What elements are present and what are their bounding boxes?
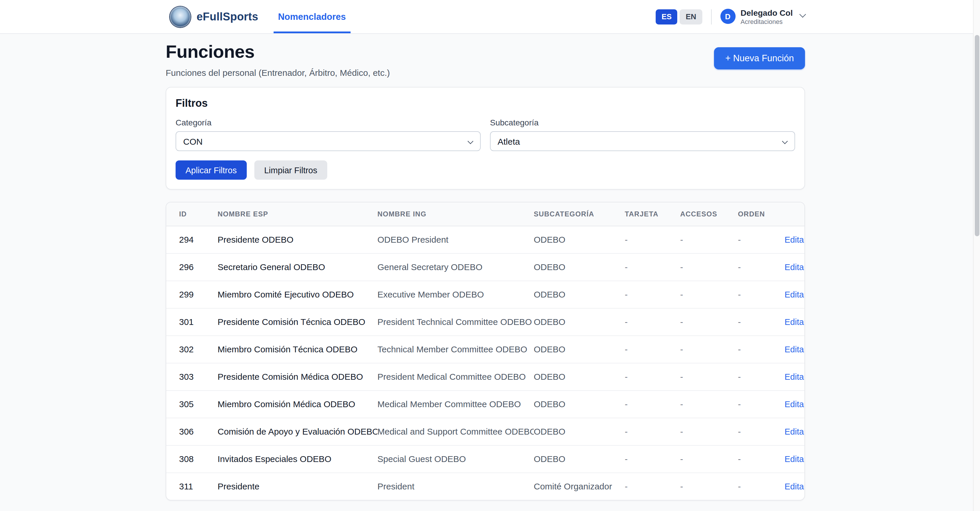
cell-sub: ODEBO (534, 336, 625, 363)
table-row: 301Presidente Comisión Técnica ODEBOPres… (166, 308, 804, 336)
cell-accesos: - (680, 390, 738, 418)
cell-ing: Medical Member Committee ODEBO (377, 390, 534, 418)
cell-sub: ODEBO (534, 226, 625, 253)
cell-orden: - (738, 363, 784, 390)
cell-accesos: - (680, 280, 738, 308)
edit-link[interactable]: Editar (784, 290, 804, 299)
cell-orden: - (738, 445, 784, 473)
cell-esp: Miembro Comisión Médica ODEBO (218, 390, 377, 418)
cell-accesos: - (680, 308, 738, 336)
cell-sub: ODEBO (534, 308, 625, 336)
table-row: 311PresidentePresidentComité Organizador… (166, 473, 804, 500)
functions-table: IDNOMBRE ESPNOMBRE INGSUBCATEGORÍATARJET… (166, 202, 804, 500)
user-role: Acreditaciones (741, 18, 793, 25)
cell-ing: Medical and Support Committee ODEBO (377, 418, 534, 445)
edit-link[interactable]: Editar (784, 263, 804, 272)
language-en-button[interactable]: EN (680, 9, 702, 24)
cell-esp: Comisión de Apoyo y Evaluación ODEBO (218, 418, 377, 445)
edit-link[interactable]: Editar (784, 317, 804, 327)
subcategory-field: Subcategoría Atleta (490, 118, 795, 151)
table-row: 302Miembro Comisión Técnica ODEBOTechnic… (166, 336, 804, 363)
table-row: 306Comisión de Apoyo y Evaluación ODEBOM… (166, 418, 804, 445)
cell-esp: Invitados Especiales ODEBO (218, 445, 377, 473)
scrollbar-track[interactable] (973, 0, 980, 511)
cell-esp: Presidente ODEBO (218, 226, 377, 253)
cell-id: 311 (166, 473, 218, 500)
cell-ing: General Secretary ODEBO (377, 253, 534, 280)
clear-filters-button[interactable]: Limpiar Filtros (255, 161, 327, 180)
cell-orden: - (738, 336, 784, 363)
edit-link[interactable]: Editar (784, 482, 804, 492)
table-row: 305Miembro Comisión Médica ODEBOMedical … (166, 390, 804, 418)
chevron-down-icon (799, 11, 806, 18)
cell-tarjeta: - (625, 253, 680, 280)
table-row: 294Presidente ODEBOODEBO PresidentODEBO-… (166, 226, 804, 253)
cell-id: 296 (166, 253, 218, 280)
page-head: Funciones Funciones del personal (Entren… (165, 42, 805, 79)
brand[interactable]: eFullSports (165, 0, 258, 33)
subcategory-label: Subcategoría (490, 118, 795, 127)
main-nav: Nomencladores (273, 0, 351, 33)
edit-link[interactable]: Editar (784, 372, 804, 382)
table-row: 308Invitados Especiales ODEBOSpecial Gue… (166, 445, 804, 473)
cell-esp: Presidente Comisión Técnica ODEBO (218, 308, 377, 336)
cell-id: 308 (166, 445, 218, 473)
cell-tarjeta: - (625, 418, 680, 445)
edit-link[interactable]: Editar (784, 427, 804, 436)
category-select-value: CON (183, 136, 203, 146)
cell-accesos: - (680, 253, 738, 280)
edit-link[interactable]: Editar (784, 235, 804, 244)
column-header-esp: NOMBRE ESP (218, 202, 377, 226)
column-header-sub: SUBCATEGORÍA (534, 202, 625, 226)
cell-sub: Comité Organizador (534, 473, 625, 500)
cell-tarjeta: - (625, 280, 680, 308)
cell-tarjeta: - (625, 390, 680, 418)
cell-tarjeta: - (625, 473, 680, 500)
cell-accesos: - (680, 336, 738, 363)
edit-link[interactable]: Editar (784, 345, 804, 354)
cell-id: 303 (166, 363, 218, 390)
app-header: eFullSports Nomencladores ES EN D Delega… (0, 0, 980, 34)
edit-link[interactable]: Editar (784, 400, 804, 409)
subcategory-select-value: Atleta (498, 136, 520, 146)
cell-sub: ODEBO (534, 390, 625, 418)
nav-item-label: Nomencladores (278, 11, 346, 22)
cell-id: 299 (166, 280, 218, 308)
category-field: Categoría CON (176, 118, 480, 151)
chevron-down-icon (782, 138, 788, 144)
scrollbar-thumb[interactable] (975, 35, 979, 236)
cell-id: 301 (166, 308, 218, 336)
column-header-id: ID (166, 202, 218, 226)
page-title: Funciones (165, 42, 390, 62)
cell-edit: Editar (784, 473, 804, 500)
apply-filters-button[interactable]: Aplicar Filtros (176, 161, 247, 180)
chevron-down-icon (468, 138, 473, 144)
active-tab-indicator (273, 32, 351, 33)
new-function-button[interactable]: + Nueva Función (714, 47, 805, 69)
user-menu[interactable]: D Delegado Col Acreditaciones (720, 8, 805, 25)
user-texts: Delegado Col Acreditaciones (741, 8, 793, 25)
cell-edit: Editar (784, 363, 804, 390)
cell-esp: Secretario General ODEBO (218, 253, 377, 280)
cell-ing: Special Guest ODEBO (377, 445, 534, 473)
cell-orden: - (738, 390, 784, 418)
cell-ing: Executive Member ODEBO (377, 280, 534, 308)
filter-actions: Aplicar Filtros Limpiar Filtros (176, 161, 795, 180)
functions-table-card: IDNOMBRE ESPNOMBRE INGSUBCATEGORÍATARJET… (165, 202, 805, 500)
cell-edit: Editar (784, 445, 804, 473)
category-select[interactable]: CON (176, 131, 480, 151)
header-right: ES EN D Delegado Col Acreditaciones (655, 0, 805, 33)
subcategory-select[interactable]: Atleta (490, 131, 795, 151)
cell-esp: Presidente Comisión Médica ODEBO (218, 363, 377, 390)
header-divider (711, 9, 711, 24)
cell-orden: - (738, 253, 784, 280)
brand-name: eFullSports (197, 10, 258, 23)
cell-esp: Miembro Comité Ejecutivo ODEBO (218, 280, 377, 308)
column-header-accesos: ACCESOS (680, 202, 738, 226)
edit-link[interactable]: Editar (784, 454, 804, 464)
language-es-button[interactable]: ES (655, 9, 678, 24)
nav-item-nomencladores[interactable]: Nomencladores (273, 0, 351, 33)
cell-tarjeta: - (625, 445, 680, 473)
cell-orden: - (738, 226, 784, 253)
cell-orden: - (738, 418, 784, 445)
